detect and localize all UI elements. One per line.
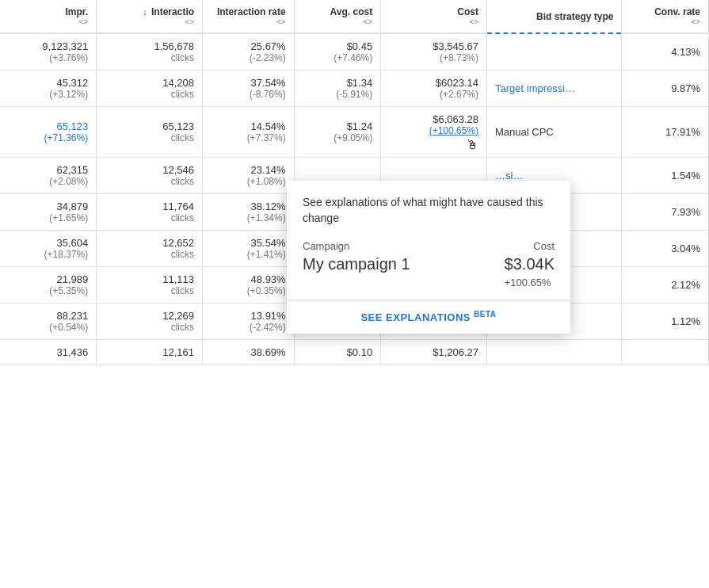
cell-bid: Target impressi… <box>487 71 622 107</box>
tooltip-campaign-name: My campaign 1 <box>303 255 410 273</box>
table-row: 45,312(+3.12%)14,208clicks37.54%(-8.76%)… <box>0 71 709 107</box>
inter-value: 12,269 <box>162 310 194 322</box>
bid-value[interactable]: Target impressi… <box>495 82 575 94</box>
col-header-impr[interactable]: Impr. <> <box>0 0 97 33</box>
cell-conv: 1.54% <box>622 158 709 194</box>
bid-value[interactable]: …si… <box>495 170 523 181</box>
see-explanations-button[interactable]: SEE EXPLANATIONS BETA <box>360 310 496 323</box>
inter-value: 1,56,678 <box>154 40 194 52</box>
tooltip-data-row: Campaign My campaign 1 Cost $3.04K +100.… <box>303 240 555 288</box>
cell-cost: $1,206.27 <box>381 340 487 365</box>
interrate-sub: (-2.23%) <box>211 52 286 63</box>
cell-impr: 34,879(+1.65%) <box>0 194 97 231</box>
inter-value: 12,546 <box>162 164 194 176</box>
cell-impr: 9,123,321(+3.76%) <box>0 33 97 71</box>
table-row: 65,123(+71.36%)65,123clicks14.54%(+7.37%… <box>0 107 709 158</box>
see-explanations-label: SEE EXPLANATIONS <box>360 312 471 324</box>
inter-sub: clicks <box>105 52 194 63</box>
cell-interrate: 38.69% <box>203 340 295 365</box>
impr-value: 35,604 <box>56 237 88 249</box>
cost-value: $6023.14 <box>436 77 478 89</box>
col-cost-arrows: <> <box>389 17 478 26</box>
inter-value: 12,652 <box>162 237 194 249</box>
cell-interrate: 38.12%(+1.34%) <box>203 194 295 231</box>
cursor-icon: 🖱 <box>466 138 478 152</box>
col-interaction-label: Interactio <box>151 6 194 17</box>
cell-bid <box>487 33 622 71</box>
cost-sub[interactable]: (+100.65%) <box>389 125 478 136</box>
cell-avgcost: $1.24(+9.05%) <box>294 107 381 158</box>
impr-value: 62,315 <box>56 164 88 176</box>
sort-down-icon: ↓ <box>143 7 147 17</box>
inter-sub: clicks <box>105 176 194 187</box>
cell-avgcost: $0.45(+7.46%) <box>294 33 381 71</box>
col-bid-label: Bid strategy type <box>536 11 613 22</box>
inter-value: 12,161 <box>162 346 194 358</box>
inter-sub: clicks <box>105 212 194 223</box>
cell-bid <box>487 340 622 365</box>
conv-value: 3.04% <box>671 242 700 254</box>
impr-sub: (+71.36%) <box>8 132 88 143</box>
impr-sub: (+2.08%) <box>8 176 88 187</box>
cell-conv: 9.87% <box>622 71 709 107</box>
cost-value: $3,545.67 <box>433 40 478 52</box>
cell-cost: $3,545.67(+8.73%) <box>381 33 487 71</box>
table-row: 31,43612,16138.69%$0.10$1,206.27 <box>0 340 709 365</box>
cell-interrate: 13.91%(-2.42%) <box>203 304 295 340</box>
cell-interrate: 35.54%(+1.41%) <box>203 231 295 267</box>
interrate-sub: (+1.41%) <box>211 249 286 260</box>
cell-conv: 7.93% <box>622 194 709 231</box>
impr-value: 34,879 <box>56 200 88 212</box>
col-avgcost-arrows: <> <box>303 17 373 26</box>
cell-avgcost: $0.10 <box>294 340 381 365</box>
cell-conv: 4.13% <box>622 33 709 71</box>
interrate-sub: (+7.37%) <box>211 132 286 143</box>
cell-interaction: 11,113clicks <box>97 267 203 304</box>
cell-impr: 21,989(+5.35%) <box>0 267 97 304</box>
cell-interaction: 12,652clicks <box>97 231 203 267</box>
cell-impr: 31,436 <box>0 340 97 365</box>
inter-sub: clicks <box>105 322 194 333</box>
impr-value: 21,989 <box>56 273 88 285</box>
main-table-container: Impr. <> ↓ Interactio <> Interaction rat… <box>0 0 709 365</box>
col-header-bid[interactable]: Bid strategy type <box>487 0 622 33</box>
col-header-cost[interactable]: Cost <> <box>381 0 487 33</box>
table-row: 9,123,321(+3.76%)1,56,678clicks25.67%(-2… <box>0 33 709 71</box>
cost-sub: (+2.67%) <box>389 89 478 100</box>
conv-value: 7.93% <box>671 206 700 218</box>
inter-sub: clicks <box>105 249 194 260</box>
impr-sub: (+0.54%) <box>8 322 88 333</box>
col-avgcost-label: Avg. cost <box>330 6 373 17</box>
impr-sub: (+1.65%) <box>8 212 88 223</box>
col-conv-label: Conv. rate <box>654 6 700 17</box>
cell-interrate: 48.93%(+0.35%) <box>203 267 295 304</box>
tooltip-cost-label: Cost <box>505 240 555 252</box>
cell-interaction: 1,56,678clicks <box>97 33 203 71</box>
cell-impr: 62,315(+2.08%) <box>0 158 97 194</box>
avgcost-sub: (+9.05%) <box>303 132 373 143</box>
interrate-value: 37.54% <box>251 77 286 89</box>
cell-bid: Manual CPC <box>487 107 622 158</box>
conv-value: 1.54% <box>671 170 700 181</box>
interrate-value: 23.14% <box>251 164 286 176</box>
tooltip-cost-value: $3.04K <box>505 255 555 273</box>
impr-value: 9,123,321 <box>42 40 88 52</box>
col-header-conv[interactable]: Conv. rate <> <box>622 0 709 33</box>
col-header-avgcost[interactable]: Avg. cost <> <box>294 0 381 33</box>
impr-value[interactable]: 65,123 <box>56 120 88 132</box>
avgcost-value: $0.45 <box>347 40 373 52</box>
cost-value: $1,206.27 <box>433 346 478 358</box>
col-header-interrate[interactable]: Interaction rate <> <box>203 0 295 33</box>
impr-sub: (+5.35%) <box>8 285 88 296</box>
cell-conv: 17.91% <box>622 107 709 158</box>
interrate-value: 14.54% <box>251 120 286 132</box>
col-impr-label: Impr. <box>66 6 89 17</box>
interrate-value: 48.93% <box>251 273 286 285</box>
cell-impr: 45,312(+3.12%) <box>0 71 97 107</box>
cell-interrate: 25.67%(-2.23%) <box>203 33 295 71</box>
cost-value: $6,063.28 <box>433 113 478 125</box>
cell-interrate: 14.54%(+7.37%) <box>203 107 295 158</box>
col-header-interaction[interactable]: ↓ Interactio <> <box>97 0 203 33</box>
inter-value: 65,123 <box>162 120 194 132</box>
cell-impr: 88,231(+0.54%) <box>0 304 97 340</box>
